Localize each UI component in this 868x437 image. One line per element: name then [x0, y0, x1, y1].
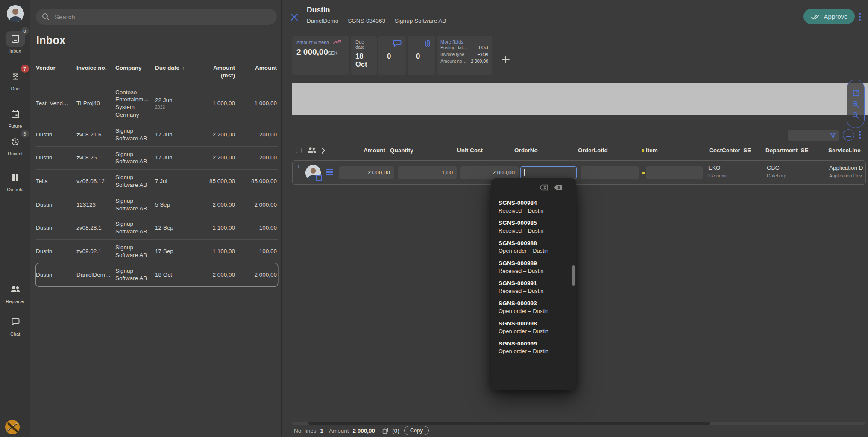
col-amount[interactable]: Amount — [236, 64, 278, 80]
order-option[interactable]: SGNS-000988Open order – Dustin — [499, 240, 569, 254]
scrollbar-thumb[interactable] — [308, 422, 710, 425]
copy-button[interactable]: Copy — [404, 426, 429, 435]
more-fields-card[interactable]: More fields Posting dat…3 Oct Invoice ty… — [437, 36, 492, 75]
col-cost-center[interactable]: CostCenter_SE — [709, 147, 751, 154]
field-value: Excel — [477, 51, 488, 58]
row-vendor: Dustin — [36, 271, 76, 279]
sidebar-item-due[interactable]: 7 Due — [0, 68, 30, 91]
table-row[interactable]: Telia vz06.06.12 Signup Software AB 7 Ju… — [36, 170, 278, 193]
col-quantity[interactable]: Quantity — [390, 147, 413, 154]
user-avatar[interactable] — [7, 5, 24, 22]
order-option[interactable]: SGNS-000998Open order – Dustin — [499, 320, 569, 334]
row-vendor: Telia — [36, 177, 76, 185]
clear-filled-icon[interactable] — [554, 184, 563, 191]
col-department[interactable]: Department_SE — [765, 147, 809, 154]
preview-toolbar — [847, 80, 865, 128]
add-field-icon[interactable] — [501, 55, 511, 65]
amount-total: 2 000,00 — [353, 428, 375, 434]
search-input[interactable] — [54, 13, 271, 21]
attachments-card[interactable]: 0 — [408, 36, 435, 75]
comments-card[interactable]: 0 — [378, 36, 406, 75]
zoom-out-icon[interactable] — [852, 112, 859, 119]
approve-button[interactable]: Approve — [803, 9, 855, 24]
row-company: Signup Software AB — [115, 174, 155, 189]
table-row[interactable]: Dustin zv08.25.1 Signup Software AB 17 J… — [36, 147, 278, 170]
double-check-icon — [811, 14, 820, 20]
due-date-card[interactable]: Due date 18 Oct — [351, 36, 377, 75]
copy-lines-icon[interactable] — [382, 428, 388, 434]
amount-trend-card[interactable]: Amount & trend 2 000,00SEK — [292, 36, 349, 75]
lines-filter-input[interactable] — [788, 130, 839, 141]
col-item[interactable]: Item — [642, 147, 658, 154]
col-vendor[interactable]: Vendor — [36, 64, 76, 80]
service-line-cell[interactable]: Application D Application Dev — [829, 165, 867, 178]
row-invoice: DanielDem… — [76, 271, 115, 279]
service-line-name: Application Dev — [829, 173, 867, 178]
row-vendor: Dustin — [36, 154, 76, 162]
table-row[interactable]: Test_Vend… TLProj40 Contoso Entertainm… … — [36, 85, 278, 123]
unit-cost-field[interactable]: 2 000,00 — [460, 166, 519, 179]
search-bar[interactable] — [36, 9, 277, 25]
table-row[interactable]: Dustin zv08.21.6 Signup Software AB 17 J… — [36, 123, 278, 147]
sidebar-item-onhold[interactable]: On hold — [0, 169, 30, 192]
col-unit-cost[interactable]: Unit Cost — [457, 147, 483, 154]
header-kebab-menu[interactable] — [859, 13, 861, 21]
col-due-date[interactable]: Due date↑ — [155, 64, 193, 80]
col-amount[interactable]: Amount — [343, 147, 385, 154]
table-row[interactable]: Dustin zv09.02.1 Signup Software AB 17 S… — [36, 240, 278, 263]
order-option[interactable]: SGNS-000999Open order – Dustin — [499, 340, 569, 354]
card-label: Amount & trend — [296, 40, 329, 45]
order-option[interactable]: SGNS-000989Received – Dustin — [499, 260, 569, 274]
col-order-no[interactable]: OrderNo — [514, 147, 538, 154]
clear-outline-icon[interactable] — [540, 184, 548, 191]
row-amount-mst: 1 100,00 — [193, 224, 236, 232]
invoice-table: Vendor Invoice no. Company Due date↑ Amo… — [36, 63, 278, 286]
order-option[interactable]: SGNS-000984Received – Dustin — [499, 200, 569, 214]
required-dot — [642, 172, 645, 174]
order-lot-field[interactable] — [581, 166, 639, 179]
row-amount-mst: 2 200,00 — [193, 131, 236, 139]
col-service-line[interactable]: ServiceLine — [828, 147, 861, 154]
item-field[interactable] — [646, 166, 703, 179]
table-row[interactable]: Dustin zv08.28.1 Signup Software AB 12 S… — [36, 216, 278, 240]
sidebar-item-label: On hold — [7, 187, 23, 192]
order-no-field[interactable] — [520, 166, 577, 179]
sidebar-item-inbox[interactable]: 8 Inbox — [0, 31, 30, 53]
order-option[interactable]: SGNS-000993Open order – Dustin — [499, 300, 569, 314]
lines-horizontal-scrollbar[interactable] — [292, 422, 865, 425]
order-option[interactable]: SGNS-000985Received – Dustin — [499, 220, 569, 234]
table-row[interactable]: Dustin 123123 Signup Software AB 5 Sep 2… — [36, 193, 278, 217]
row-amount-mst: 2 200,00 — [193, 154, 236, 162]
zoom-in-icon[interactable] — [852, 101, 859, 108]
cost-center-cell[interactable]: EKO Ekonomi — [708, 165, 727, 178]
close-icon[interactable] — [290, 13, 299, 21]
department-cell[interactable]: GBG Göteborg — [767, 165, 786, 178]
col-invoice-no[interactable]: Invoice no. — [76, 64, 115, 80]
sidebar-item-label: Due — [11, 86, 19, 91]
col-company[interactable]: Company — [115, 64, 155, 80]
sidebar-item-replacer[interactable]: Replacer — [0, 281, 30, 304]
line-layout-button[interactable] — [843, 129, 854, 141]
row-invoice: 123123 — [76, 201, 115, 209]
sidebar-item-chat[interactable]: Chat — [0, 314, 30, 337]
line-menu-icon[interactable] — [326, 169, 333, 175]
table-row-selected[interactable]: Dustin DanielDem… Signup Software AB 18 … — [36, 263, 278, 287]
amount-field[interactable]: 2 000,00 — [339, 166, 394, 179]
row-vendor: Dustin — [36, 248, 76, 255]
row-amount: 2 000,00 — [236, 201, 278, 209]
app-logo[interactable] — [4, 419, 21, 435]
lines-footer: No. lines 1 Amount 2 000,00 (0) Copy — [294, 426, 429, 435]
sidebar-item-recent[interactable]: 3 Recent — [0, 133, 30, 156]
quantity-field[interactable]: 1,00 — [398, 166, 457, 179]
open-external-icon[interactable] — [852, 89, 859, 97]
col-order-lot[interactable]: OrderLotId — [578, 147, 608, 154]
lines-kebab-menu[interactable] — [859, 131, 861, 139]
dropdown-scrollbar[interactable] — [572, 265, 575, 286]
line-select-checkbox[interactable] — [316, 175, 322, 181]
col-amount-mst[interactable]: Amount(mst) — [193, 64, 236, 80]
sidebar-item-label: Replacer — [6, 299, 24, 304]
order-no-dropdown: SGNS-000984Received – Dustin SGNS-000985… — [491, 178, 576, 390]
sidebar-item-future[interactable]: Future — [0, 106, 30, 129]
invoice-preview[interactable] — [292, 83, 868, 115]
order-option[interactable]: SGNS-000991Received – Dustin — [499, 280, 569, 294]
